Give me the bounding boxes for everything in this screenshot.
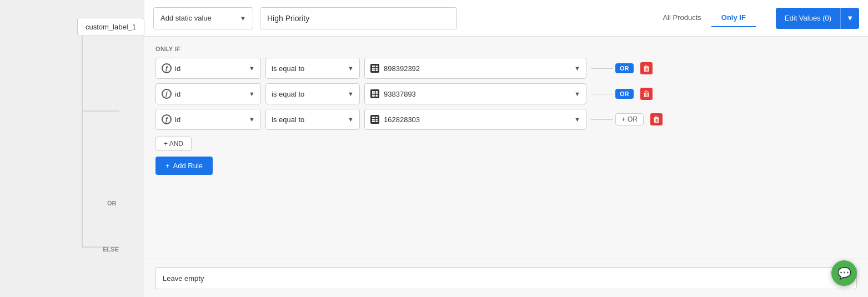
value-select-2[interactable]: 93837893 ▼ <box>364 83 586 104</box>
left-sidebar: custom_label_1 OR ELSE <box>0 0 144 297</box>
operator-arrow-1: ▼ <box>348 65 354 72</box>
tab-only-if[interactable]: Only IF <box>711 9 756 27</box>
field-select-1[interactable]: ƒ id ▼ <box>155 58 261 79</box>
or-add-button-3[interactable]: + OR <box>615 113 644 125</box>
field-icon-2: ƒ <box>162 89 172 99</box>
or-area-2: OR <box>591 89 634 99</box>
else-section: Leave empty ▼ <box>144 259 868 297</box>
delete-button-3[interactable]: 🗑 <box>648 111 665 128</box>
operator-select-3[interactable]: is equal to ▼ <box>265 109 360 130</box>
edit-values-button[interactable]: Edit Values (0) <box>776 8 840 29</box>
add-rule-label: Add Rule <box>173 162 203 170</box>
main-content: Add static value ▼ All Products Only IF … <box>144 0 868 297</box>
field-label-1: id <box>175 64 180 73</box>
else-label: ELSE <box>103 246 119 253</box>
value-select-3[interactable]: 162828303 ▼ <box>364 109 586 130</box>
value-label-3: 162828303 <box>384 115 420 124</box>
dropdown-arrow-icon: ▼ <box>240 15 246 22</box>
operator-arrow-3: ▼ <box>348 116 354 123</box>
delete-icon-2: 🗑 <box>640 88 653 100</box>
operator-label-3: is equal to <box>272 115 304 124</box>
field-arrow-3: ▼ <box>249 116 255 123</box>
and-btn-label: + AND <box>164 140 183 148</box>
or-label: OR <box>107 200 117 207</box>
operator-arrow-2: ▼ <box>348 90 354 97</box>
rules-section: ONLY IF ƒ id ▼ is equal to ▼ <box>144 37 868 259</box>
table-row: ƒ id ▼ is equal to ▼ <box>155 83 857 104</box>
plus-icon: + <box>621 115 625 123</box>
value-icon-3 <box>370 115 379 124</box>
edit-values-btn-group: Edit Values (0) ▼ <box>776 8 859 29</box>
operator-label-2: is equal to <box>272 90 304 98</box>
value-label-2: 93837893 <box>384 90 416 98</box>
static-value-dropdown[interactable]: Add static value ▼ <box>153 7 253 29</box>
only-if-label: ONLY IF <box>155 46 857 52</box>
top-bar: Add static value ▼ All Products Only IF … <box>144 0 868 37</box>
value-input[interactable] <box>260 7 457 29</box>
value-icon-2 <box>370 89 379 98</box>
delete-icon-3: 🗑 <box>650 113 663 125</box>
value-icon-1 <box>370 64 379 73</box>
delete-icon-1: 🗑 <box>640 62 653 74</box>
delete-button-2[interactable]: 🗑 <box>638 85 655 102</box>
or-area-1: OR <box>591 63 634 73</box>
value-arrow-1: ▼ <box>574 65 580 72</box>
chat-icon: 💬 <box>837 266 851 280</box>
add-rule-icon: + <box>165 162 170 170</box>
field-arrow-1: ▼ <box>249 65 255 72</box>
add-rule-button[interactable]: + Add Rule <box>155 157 213 175</box>
value-label-1: 898392392 <box>384 64 420 73</box>
page-container: custom_label_1 OR ELSE Add static value … <box>0 0 868 297</box>
edit-values-arrow-button[interactable]: ▼ <box>840 8 859 29</box>
static-value-label: Add static value <box>160 14 212 22</box>
connector-svg <box>0 0 144 297</box>
field-icon-1: ƒ <box>162 63 172 73</box>
or-badge-1[interactable]: OR <box>615 63 634 73</box>
rules-container: ƒ id ▼ is equal to ▼ <box>155 58 857 130</box>
or-area-3: + OR <box>591 113 644 125</box>
value-select-1[interactable]: 898392392 ▼ <box>364 58 586 79</box>
tab-all-products[interactable]: All Products <box>653 9 711 27</box>
operator-label-1: is equal to <box>272 64 304 73</box>
field-arrow-2: ▼ <box>249 90 255 97</box>
value-arrow-3: ▼ <box>574 116 580 123</box>
and-button[interactable]: + AND <box>155 137 192 151</box>
or-badge-2[interactable]: OR <box>615 89 634 99</box>
delete-button-1[interactable]: 🗑 <box>638 60 655 77</box>
field-select-2[interactable]: ƒ id ▼ <box>155 83 261 104</box>
table-row: ƒ id ▼ is equal to ▼ <box>155 58 857 79</box>
custom-label-box: custom_label_1 <box>77 18 144 36</box>
tab-container: All Products Only IF <box>653 9 755 27</box>
field-label-3: id <box>175 115 180 124</box>
chat-button[interactable]: 💬 <box>831 260 857 286</box>
field-label-2: id <box>175 90 180 98</box>
table-row: ƒ id ▼ is equal to ▼ <box>155 109 857 130</box>
else-dropdown[interactable]: Leave empty ▼ <box>155 267 857 289</box>
field-select-3[interactable]: ƒ id ▼ <box>155 109 261 130</box>
field-icon-3: ƒ <box>162 114 172 124</box>
else-dropdown-label: Leave empty <box>163 274 204 283</box>
or-add-label: OR <box>628 115 638 123</box>
value-arrow-2: ▼ <box>574 90 580 97</box>
operator-select-1[interactable]: is equal to ▼ <box>265 58 360 79</box>
operator-select-2[interactable]: is equal to ▼ <box>265 83 360 104</box>
